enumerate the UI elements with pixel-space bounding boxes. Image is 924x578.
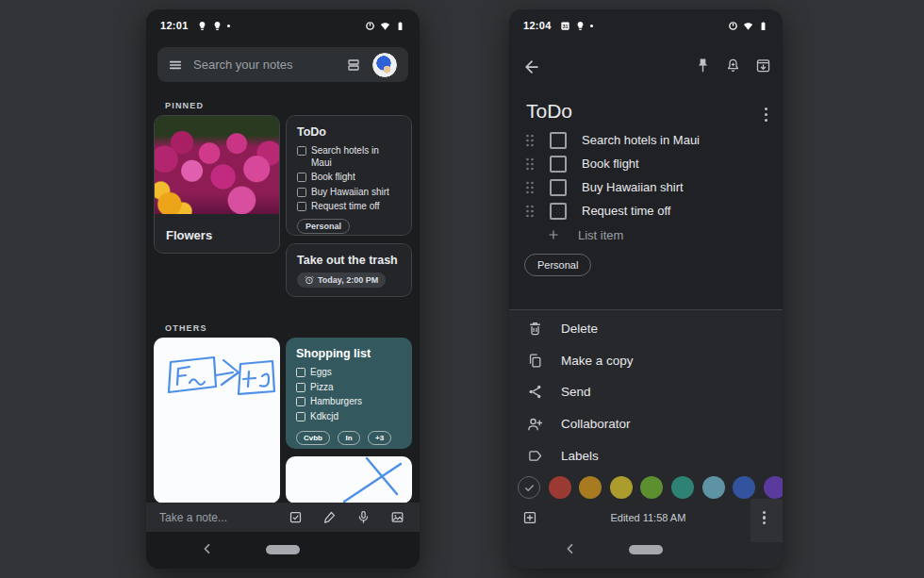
checklist-item: Kdkcjd <box>296 411 402 423</box>
label-chip[interactable]: In <box>338 431 359 445</box>
color-swatch-purple[interactable] <box>764 476 783 499</box>
archive-icon[interactable] <box>755 58 771 74</box>
color-swatch-blue[interactable] <box>733 476 755 499</box>
note-app-bar <box>509 51 783 85</box>
navigation-bar <box>509 532 783 569</box>
note-card-trash[interactable]: Take out the trash Today, 2:00 PM <box>286 243 412 297</box>
menu-item-send[interactable]: Send <box>509 376 783 408</box>
color-swatch-red[interactable] <box>549 476 571 499</box>
take-a-note-bar[interactable]: Take a note... <box>146 503 420 532</box>
checklist-row[interactable]: Request time off <box>509 199 783 223</box>
battery-icon <box>395 21 405 31</box>
checkbox[interactable] <box>550 156 567 173</box>
reminder-bell-icon[interactable] <box>725 58 741 74</box>
color-swatch-default-selected[interactable] <box>518 476 540 499</box>
copy-icon <box>527 353 543 369</box>
checkbox-icon <box>296 412 305 421</box>
search-bar[interactable]: Search your notes <box>157 47 408 82</box>
label-chip-personal[interactable]: Personal <box>524 254 591 276</box>
nav-back-icon[interactable] <box>564 542 577 555</box>
checklist-row[interactable]: Book flight <box>509 152 783 175</box>
note-title: ToDo <box>297 125 401 139</box>
nav-home-pill[interactable] <box>266 545 300 554</box>
drag-handle-icon[interactable] <box>525 157 535 171</box>
note-card-drawing[interactable] <box>154 338 280 504</box>
label-chip[interactable]: +3 <box>368 431 391 445</box>
checklist-item: Request time off <box>297 201 401 213</box>
nav-home-pill[interactable] <box>629 545 663 554</box>
note-options-bottom-sheet: Delete Make a copy Send Collaborator Lab… <box>509 309 783 569</box>
lightbulb-notification-icon <box>212 21 223 31</box>
color-swatch-teal[interactable] <box>671 476 694 499</box>
checklist-row[interactable]: Search hotels in Maui <box>509 128 783 152</box>
hand-drawing-sketch <box>286 456 412 504</box>
drag-handle-icon[interactable] <box>525 181 535 194</box>
wifi-icon <box>380 21 390 31</box>
checkbox[interactable] <box>550 179 567 196</box>
new-drawing-brush-icon[interactable] <box>322 510 337 524</box>
new-audio-mic-icon[interactable] <box>356 510 371 524</box>
calendar-notification-icon: 31 <box>560 21 570 31</box>
note-card-shopping[interactable]: Shopping list Eggs Pizza Hamburgers Kdkc… <box>286 338 412 449</box>
battery-icon <box>758 21 768 31</box>
account-avatar[interactable] <box>371 52 398 78</box>
alarm-clock-icon <box>305 275 314 285</box>
checkbox[interactable] <box>550 203 567 220</box>
checkbox-icon <box>296 368 305 377</box>
checkbox-icon <box>297 188 306 197</box>
add-box-icon[interactable] <box>522 510 537 525</box>
notification-dot-icon <box>227 25 230 27</box>
hamburger-menu-icon[interactable] <box>168 58 183 73</box>
new-checklist-icon[interactable] <box>289 510 303 524</box>
nav-back-icon[interactable] <box>201 542 214 555</box>
status-bar: 12:04 31 <box>509 15 783 36</box>
note-title[interactable]: ToDo <box>526 100 572 123</box>
checklist-row[interactable]: Buy Hawaiian shirt <box>509 175 783 199</box>
notification-dot-icon <box>590 25 593 27</box>
checklist-item: Search hotels in Maui <box>297 145 401 169</box>
checkbox-icon <box>297 146 306 156</box>
list-view-toggle-icon[interactable] <box>346 58 361 73</box>
drag-handle-icon[interactable] <box>525 134 535 147</box>
take-a-note-placeholder[interactable]: Take a note... <box>159 511 289 524</box>
drag-handle-icon[interactable] <box>525 205 535 218</box>
checkbox-icon <box>296 383 305 392</box>
checkbox[interactable] <box>550 132 567 149</box>
back-arrow-icon[interactable] <box>522 58 541 76</box>
status-time: 12:01 <box>160 20 189 31</box>
wifi-icon <box>743 21 753 31</box>
menu-item-delete[interactable]: Delete <box>509 313 783 345</box>
label-chip[interactable]: Personal <box>297 219 350 234</box>
reminder-chip[interactable]: Today, 2:00 PM <box>297 272 386 288</box>
bottom-overflow-menu-icon[interactable] <box>759 507 769 529</box>
note-title: Shopping list <box>296 347 402 360</box>
note-card-drawing-x[interactable] <box>286 456 412 504</box>
menu-item-make-a-copy[interactable]: Make a copy <box>509 345 783 377</box>
checklist-item: Pizza <box>296 382 402 394</box>
color-swatch-orange[interactable] <box>579 476 602 499</box>
status-time: 12:04 <box>523 20 552 31</box>
color-swatch-blue-gray[interactable] <box>702 476 725 499</box>
color-swatch-green[interactable] <box>640 476 663 499</box>
title-overflow-menu-icon[interactable] <box>761 104 771 125</box>
note-card-todo[interactable]: ToDo Search hotels in Maui Book flight B… <box>286 115 412 236</box>
person-add-icon <box>526 416 543 433</box>
label-chip[interactable]: Cvbb <box>296 431 330 445</box>
checkbox-icon <box>296 397 305 406</box>
checklist-item: Eggs <box>296 367 402 379</box>
new-image-icon[interactable] <box>390 510 404 524</box>
pin-icon[interactable] <box>695 58 711 74</box>
flowers-photo <box>155 116 279 214</box>
pinned-section-label: PINNED <box>165 101 204 110</box>
note-title: Take out the trash <box>297 254 401 267</box>
color-swatch-yellow[interactable] <box>610 476 633 499</box>
data-saver-icon <box>728 21 738 31</box>
note-card-flowers[interactable]: Flowers <box>154 115 280 254</box>
plus-icon[interactable] <box>547 228 560 241</box>
lightbulb-notification-icon <box>197 21 207 31</box>
menu-item-collaborator[interactable]: Collaborator <box>509 408 783 440</box>
search-placeholder[interactable]: Search your notes <box>193 58 336 72</box>
add-list-item-row[interactable]: List item <box>509 223 783 247</box>
menu-item-labels[interactable]: Labels <box>509 439 783 471</box>
others-section-label: OTHERS <box>165 323 207 333</box>
